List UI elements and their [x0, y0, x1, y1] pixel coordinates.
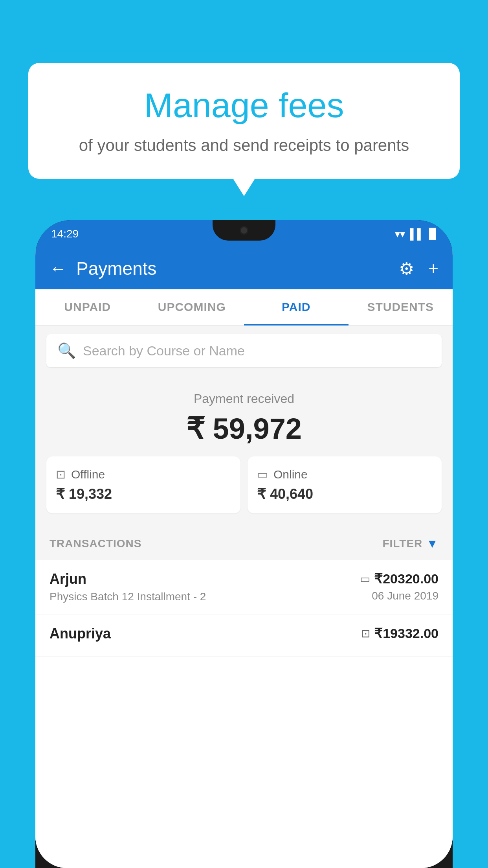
phone-frame: 14:29 ▾▾ ▌▌ ▉ ← Payments ⚙ + UNPAID UPCO… — [35, 220, 453, 868]
search-area: 🔍 Search by Course or Name — [35, 326, 453, 376]
search-icon: 🔍 — [57, 342, 76, 359]
app-header: ← Payments ⚙ + — [35, 248, 453, 289]
bubble-subtitle: of your students and send receipts to pa… — [48, 134, 440, 157]
wifi-icon: ▾▾ — [395, 228, 405, 240]
header-right: ⚙ + — [399, 259, 438, 279]
filter-label: FILTER — [382, 537, 422, 550]
offline-card: ⊡ Offline ₹ 19,332 — [46, 456, 240, 513]
online-label: Online — [273, 468, 308, 481]
settings-icon[interactable]: ⚙ — [399, 259, 414, 279]
card-icon: ▭ — [360, 572, 370, 585]
transaction-right: ▭ ₹20320.00 06 June 2019 — [360, 571, 438, 602]
transaction-amount-row: ▭ ₹20320.00 — [360, 571, 438, 587]
transactions-list: Arjun Physics Batch 12 Installment - 2 ▭… — [35, 560, 453, 868]
transaction-amount: ₹19332.00 — [374, 625, 438, 641]
search-box[interactable]: 🔍 Search by Course or Name — [46, 334, 442, 367]
online-amount: ₹ 40,640 — [257, 486, 432, 502]
tab-upcoming[interactable]: UPCOMING — [140, 289, 244, 325]
transaction-name: Anupriya — [50, 625, 361, 642]
status-icons: ▾▾ ▌▌ ▉ — [395, 228, 437, 240]
tab-students[interactable]: STUDENTS — [349, 289, 453, 325]
bubble-title: Manage fees — [48, 86, 440, 125]
search-input[interactable]: Search by Course or Name — [83, 343, 245, 359]
header-left: ← Payments — [50, 258, 157, 279]
offline-label: Offline — [71, 468, 105, 481]
tab-paid[interactable]: PAID — [244, 289, 349, 325]
transaction-row[interactable]: Anupriya ⊡ ₹19332.00 — [35, 614, 453, 657]
transactions-label: TRANSACTIONS — [50, 537, 141, 550]
speech-bubble: Manage fees of your students and send re… — [28, 63, 460, 179]
add-button[interactable]: + — [428, 259, 438, 278]
payment-received-label: Payment received — [46, 392, 442, 406]
camera — [240, 226, 248, 235]
filter-icon: ▼ — [426, 537, 438, 550]
page-title: Payments — [76, 258, 157, 279]
transaction-date: 06 June 2019 — [360, 590, 438, 602]
transaction-name: Arjun — [50, 571, 360, 587]
online-card: ▭ Online ₹ 40,640 — [248, 456, 442, 513]
transaction-right: ⊡ ₹19332.00 — [361, 625, 438, 644]
phone-notch — [213, 220, 275, 241]
app-screen: ← Payments ⚙ + UNPAID UPCOMING PAID STUD… — [35, 248, 453, 868]
online-icon: ▭ — [257, 467, 268, 481]
battery-icon: ▉ — [429, 228, 437, 240]
offline-icon-small: ⊡ — [361, 627, 370, 640]
transaction-amount-row: ⊡ ₹19332.00 — [361, 625, 438, 641]
offline-card-header: ⊡ Offline — [56, 467, 231, 481]
filter-button[interactable]: FILTER ▼ — [382, 537, 438, 550]
online-card-header: ▭ Online — [257, 467, 432, 481]
tabs-bar: UNPAID UPCOMING PAID STUDENTS — [35, 289, 453, 326]
transaction-row[interactable]: Arjun Physics Batch 12 Installment - 2 ▭… — [35, 560, 453, 614]
payment-total: ₹ 59,972 — [46, 412, 442, 445]
signal-icon: ▌▌ — [410, 228, 424, 240]
offline-icon: ⊡ — [56, 467, 66, 481]
status-bar: 14:29 ▾▾ ▌▌ ▉ — [35, 220, 453, 248]
transaction-detail: Physics Batch 12 Installment - 2 — [50, 590, 360, 603]
payment-cards: ⊡ Offline ₹ 19,332 ▭ Online ₹ 40,640 — [46, 456, 442, 513]
transaction-amount: ₹20320.00 — [374, 571, 438, 587]
transactions-header: TRANSACTIONS FILTER ▼ — [35, 528, 453, 560]
transaction-left: Anupriya — [50, 625, 361, 645]
offline-amount: ₹ 19,332 — [56, 486, 231, 502]
tab-unpaid[interactable]: UNPAID — [35, 289, 140, 325]
status-time: 14:29 — [51, 228, 79, 240]
back-button[interactable]: ← — [50, 259, 67, 278]
payment-summary: Payment received ₹ 59,972 ⊡ Offline ₹ 19… — [35, 376, 453, 528]
transaction-left: Arjun Physics Batch 12 Installment - 2 — [50, 571, 360, 603]
